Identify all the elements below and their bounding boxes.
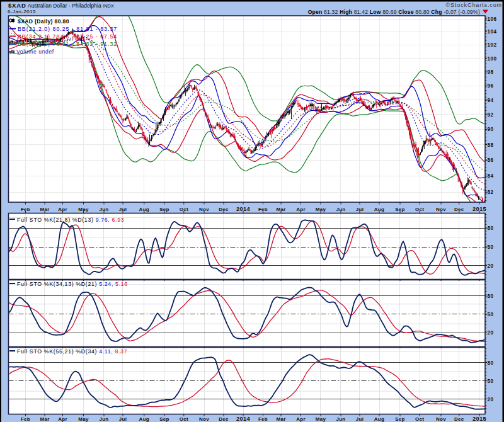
svg-text:©StockCharts.com: ©StockCharts.com xyxy=(445,2,502,8)
svg-text:6-Jan-2015: 6-Jan-2015 xyxy=(8,9,36,14)
svg-text:BB(55,2.5) 78.31 - 84.82 - 91.: BB(55,2.5) 78.31 - 84.82 - 91.32 xyxy=(18,41,117,47)
svg-text:20: 20 xyxy=(488,263,494,269)
svg-text:Open 81.32 High 81.42 Low 80.6: Open 81.32 High 81.42 Low 80.69 Close 80… xyxy=(308,9,480,15)
svg-text:50: 50 xyxy=(488,312,494,317)
svg-text:102: 102 xyxy=(488,42,497,48)
svg-text:86: 86 xyxy=(488,157,494,163)
svg-text:80: 80 xyxy=(488,225,494,231)
svg-text:Volume undef: Volume undef xyxy=(16,48,54,55)
svg-text:Australian Dollar - Philadelph: Australian Dollar - Philadelphia INDX xyxy=(28,3,114,9)
svg-text:Jul: Jul xyxy=(356,416,364,422)
svg-text:May: May xyxy=(78,416,89,422)
svg-text:98: 98 xyxy=(488,69,494,75)
svg-text:Aug: Aug xyxy=(139,416,149,422)
svg-text:Oct: Oct xyxy=(415,416,424,422)
svg-text:Nov: Nov xyxy=(199,416,209,422)
svg-text:94: 94 xyxy=(488,98,494,103)
svg-text:92: 92 xyxy=(488,112,494,118)
svg-text:Jun: Jun xyxy=(336,416,345,422)
svg-text:20: 20 xyxy=(488,330,494,336)
svg-text:Jul: Jul xyxy=(119,416,127,422)
svg-text:20: 20 xyxy=(488,397,494,402)
svg-text:Full STO %K(21,8) %D(13) 9.76,: Full STO %K(21,8) %D(13) 9.76, 6.93 xyxy=(17,217,124,223)
svg-text:BB(21,2.0) 80.25 - 81.81 - 83.: BB(21,2.0) 80.25 - 81.81 - 83.37 xyxy=(18,26,117,32)
svg-text:84: 84 xyxy=(488,173,494,179)
svg-text:82: 82 xyxy=(488,190,494,195)
svg-text:Apr: Apr xyxy=(58,416,67,422)
svg-text:104: 104 xyxy=(488,29,497,35)
svg-text:Mar: Mar xyxy=(276,416,285,422)
svg-text:Nov: Nov xyxy=(436,416,446,422)
svg-text:Sep: Sep xyxy=(159,416,169,422)
svg-text:BB(34,2.1) 78.96 - 83.25 - 87.: BB(34,2.1) 78.96 - 83.25 - 87.54 xyxy=(18,33,117,40)
svg-text:Oct: Oct xyxy=(180,416,188,422)
svg-text:$XAD (Daily) 80.80: $XAD (Daily) 80.80 xyxy=(18,18,69,25)
svg-text:80: 80 xyxy=(488,294,494,299)
svg-text:Sep: Sep xyxy=(395,416,405,422)
svg-text:Feb: Feb xyxy=(21,416,30,422)
svg-text:Mar: Mar xyxy=(40,416,49,422)
svg-text:50: 50 xyxy=(488,244,494,250)
svg-text:Feb: Feb xyxy=(258,416,268,422)
svg-text:May: May xyxy=(316,416,326,422)
svg-text:$XAD: $XAD xyxy=(8,2,26,9)
svg-text:Full STO %K(55,21) %D(34) 4.11: Full STO %K(55,21) %D(34) 4.11, 8.37 xyxy=(17,348,127,355)
svg-text:Aug: Aug xyxy=(374,416,384,422)
svg-text:Jun: Jun xyxy=(99,416,108,422)
svg-text:80: 80 xyxy=(488,360,494,366)
svg-text:50: 50 xyxy=(488,379,494,384)
svg-text:100: 100 xyxy=(488,56,497,62)
svg-text:90: 90 xyxy=(488,127,494,132)
svg-text:106: 106 xyxy=(488,16,497,22)
svg-text:Full STO %K(34,13) %D(21) 5.24: Full STO %K(34,13) %D(21) 5.24, 5.16 xyxy=(17,281,128,287)
svg-text:88: 88 xyxy=(488,142,494,148)
svg-text:96: 96 xyxy=(488,83,494,89)
svg-text:Dec: Dec xyxy=(219,416,229,422)
svg-text:Dec: Dec xyxy=(454,416,464,422)
svg-text:Apr: Apr xyxy=(296,416,306,422)
